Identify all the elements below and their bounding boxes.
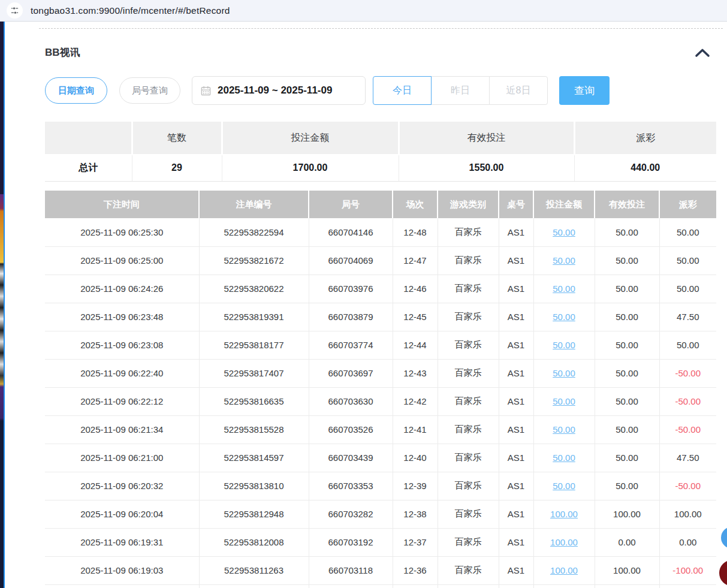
bet-amount-link[interactable]: 50.00 [553, 255, 575, 266]
cell-game-type: 百家乐 [438, 415, 499, 444]
cell-table-number: AS1 [499, 218, 533, 246]
cell-valid-bet: 50.00 [595, 331, 659, 359]
cell-valid-bet: 50.00 [595, 387, 659, 415]
cell-game-type: 百家乐 [438, 246, 499, 275]
cell-round-number: 660703353 [309, 472, 393, 500]
cell-bet-time: 2025-11-09 06:23:48 [45, 303, 199, 331]
cell-slip-number: 522953814597 [199, 444, 309, 472]
cell-bet-amount: 50.00 [533, 303, 595, 331]
header-table-number: 桌号 [499, 191, 533, 218]
bet-table-header-row: 下注时间 注单编号 局号 场次 游戏类别 桌号 投注金额 有效投注 派彩 [45, 191, 716, 218]
table-row: 2025-11-09 06:22:40522953817407660703697… [45, 359, 716, 387]
cell-game-type: 百家乐 [438, 500, 499, 528]
bet-amount-link[interactable]: 50.00 [553, 481, 575, 491]
summary-total-count: 29 [132, 155, 222, 181]
cell-round-number: 660703774 [309, 331, 393, 359]
cell-valid-bet: 50.00 [595, 246, 659, 275]
search-button[interactable]: 查询 [559, 76, 610, 105]
cell-round-number: 660703439 [309, 444, 393, 472]
bet-amount-link[interactable]: 50.00 [553, 453, 575, 463]
summary-header-blank [45, 122, 132, 155]
dashed-divider [39, 28, 723, 29]
floating-service-button[interactable] [721, 527, 727, 548]
cell-slip-number: 522953821672 [199, 246, 309, 275]
cell-payout: -50.00 [659, 415, 716, 444]
bet-table-body: 2025-11-09 06:25:30522953822594660704146… [45, 218, 716, 584]
summary-table: 笔数 投注金额 有效投注 派彩 总计 29 1700.00 1550.00 44… [45, 122, 716, 182]
cell-bet-time: 2025-11-09 06:19:31 [45, 528, 199, 556]
cell-valid-bet: 50.00 [595, 415, 659, 444]
cell-slip-number: 522953812008 [199, 528, 309, 556]
yesterday-button[interactable]: 昨日 [431, 76, 490, 105]
cell-slip-number: 522953813810 [199, 472, 309, 500]
table-row: 2025-11-09 06:23:48522953819391660703879… [45, 303, 716, 331]
chevron-up-icon [694, 48, 711, 58]
round-query-tab[interactable]: 局号查询 [119, 77, 180, 104]
calendar-icon [201, 86, 211, 96]
cell-session: 12-45 [393, 303, 438, 331]
site-settings-icon[interactable] [7, 2, 23, 19]
cell-bet-time: 2025-11-09 06:24:26 [45, 275, 199, 303]
date-query-tab[interactable]: 日期查询 [45, 77, 107, 104]
cell-table-number: AS1 [499, 246, 533, 275]
cell-session: 12-40 [393, 444, 438, 472]
bet-amount-link[interactable]: 100.00 [550, 565, 578, 575]
cell-slip-number: 522953816635 [199, 387, 309, 415]
last-8-days-button[interactable]: 近8日 [489, 76, 548, 105]
summary-header-payout: 派彩 [574, 122, 716, 155]
today-button[interactable]: 今日 [373, 76, 432, 105]
table-row: 2025-11-09 06:25:00522953821672660704069… [45, 246, 716, 275]
browser-address-bar[interactable]: tongbao31.com:9900/infe/mcenter/#/betRec… [0, 0, 727, 22]
cell-payout: 0.00 [659, 528, 716, 556]
date-range-input[interactable]: 2025-11-09 ~ 2025-11-09 [192, 76, 366, 105]
floating-promo-button[interactable] [719, 560, 727, 586]
bet-amount-link[interactable]: 50.00 [553, 227, 575, 237]
cell-table-number: AS1 [499, 275, 533, 303]
cell-payout: -50.00 [659, 472, 716, 500]
cell-bet-time: 2025-11-09 06:25:00 [45, 246, 199, 275]
summary-total-bet-amount: 1700.00 [222, 155, 399, 181]
bet-amount-link[interactable]: 50.00 [553, 424, 575, 435]
table-row: 2025-11-09 06:20:32522953813810660703353… [45, 472, 716, 500]
cell-slip-number: 522953820622 [199, 275, 309, 303]
collapse-panel-button[interactable] [693, 46, 712, 59]
date-range-value: 2025-11-09 ~ 2025-11-09 [218, 85, 332, 97]
bet-amount-link[interactable]: 50.00 [553, 340, 575, 350]
cell-session: 12-38 [393, 500, 438, 528]
header-session: 场次 [393, 191, 438, 218]
bet-amount-link[interactable]: 50.00 [553, 284, 575, 294]
summary-total-row: 总计 29 1700.00 1550.00 440.00 [45, 155, 716, 181]
bet-amount-link[interactable]: 100.00 [550, 537, 578, 547]
summary-total-payout: 440.00 [574, 155, 716, 181]
cell-bet-time: 2025-11-09 06:21:00 [45, 444, 199, 472]
url-text[interactable]: tongbao31.com:9900/infe/mcenter/#/betRec… [31, 5, 230, 16]
header-round-number: 局号 [309, 191, 393, 218]
cell-session: 12-43 [393, 359, 438, 387]
cell-game-type: 百家乐 [438, 528, 499, 556]
cell-valid-bet: 0.00 [595, 528, 659, 556]
cell-session: 12-39 [393, 472, 438, 500]
cell-bet-amount: 50.00 [533, 415, 595, 444]
cell-slip-number: 522953818177 [199, 331, 309, 359]
partial-next-row [45, 584, 716, 588]
cell-session: 12-48 [393, 218, 438, 246]
cell-bet-time: 2025-11-09 06:22:12 [45, 387, 199, 415]
cell-bet-time: 2025-11-09 06:22:40 [45, 359, 199, 387]
table-row: 2025-11-09 06:21:34522953815528660703526… [45, 415, 716, 444]
cell-round-number: 660703118 [309, 556, 393, 584]
cell-bet-amount: 50.00 [533, 359, 595, 387]
cell-valid-bet: 50.00 [595, 218, 659, 246]
bet-amount-link[interactable]: 50.00 [553, 396, 575, 406]
panel-left-border [4, 22, 5, 588]
table-row: 2025-11-09 06:20:04522953812948660703282… [45, 500, 716, 528]
cell-table-number: AS1 [499, 444, 533, 472]
bet-amount-link[interactable]: 50.00 [553, 368, 575, 378]
bet-amount-link[interactable]: 50.00 [553, 312, 575, 322]
bet-amount-link[interactable]: 100.00 [550, 509, 578, 519]
cell-slip-number: 522953817407 [199, 359, 309, 387]
header-payout: 派彩 [659, 191, 716, 218]
summary-total-label: 总计 [45, 155, 132, 181]
cell-bet-time: 2025-11-09 06:20:32 [45, 472, 199, 500]
cell-payout: -50.00 [659, 359, 716, 387]
cell-game-type: 百家乐 [438, 472, 499, 500]
